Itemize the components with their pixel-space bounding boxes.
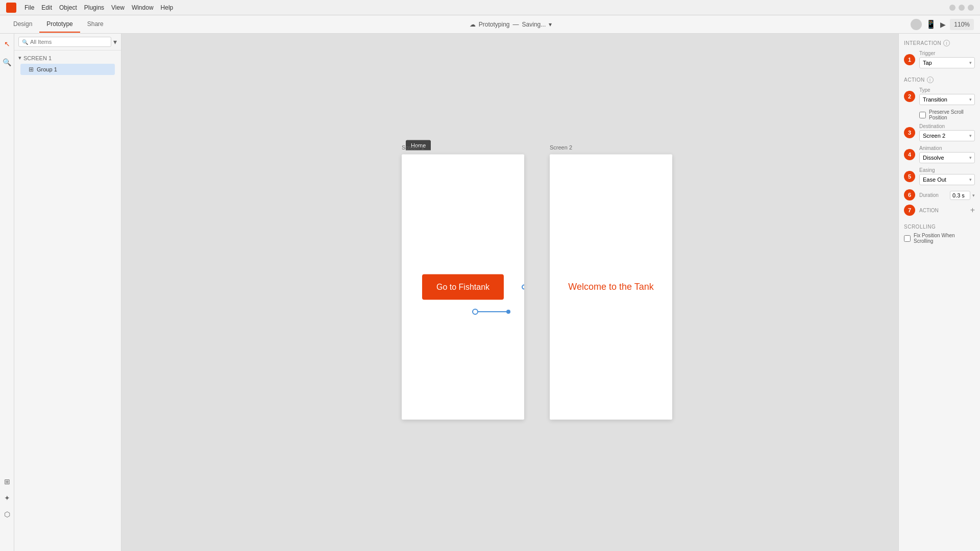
titlebar-menu: File Edit Object Plugins View Window Hel…: [24, 4, 173, 11]
connector-origin: [522, 285, 524, 290]
preserve-scroll-checkbox[interactable]: [919, 112, 926, 118]
main-content: ↖ 🔍 ⊞ ✦ ⬡ 🔍 ▾ ▾ SCREEN 1 ⊞ Group 1: [0, 34, 980, 551]
screen2-label: Screen 2: [550, 144, 672, 151]
zoom-level[interactable]: 110%: [950, 19, 974, 30]
trigger-row: 1 Trigger Tap ▾: [904, 51, 975, 68]
tab-share[interactable]: Share: [80, 16, 111, 33]
play-button[interactable]: ▶: [940, 20, 946, 29]
trigger-field: Trigger Tap ▾: [919, 51, 975, 68]
easing-field: Easing Ease Out ▾: [919, 167, 975, 185]
type-label: Type: [919, 87, 975, 93]
avatar-icon: [911, 19, 922, 30]
add-action-button[interactable]: +: [970, 206, 975, 214]
duration-input[interactable]: [950, 191, 970, 200]
filter-button[interactable]: ▾: [113, 38, 117, 46]
menu-object[interactable]: Object: [59, 4, 77, 11]
cloud-icon: ☁: [470, 21, 476, 28]
menu-view[interactable]: View: [111, 4, 125, 11]
chevron-down-icon[interactable]: ▾: [549, 21, 552, 28]
step-5-badge: 5: [904, 171, 915, 182]
animation-select-container: Dissolve ▾: [919, 152, 975, 163]
welcome-text: Welcome to the Tank: [568, 282, 653, 292]
action-section: ACTION i 2 Type Transition ▾: [904, 77, 975, 216]
screen2-wrapper: Welcome to the Tank Screen 2: [550, 155, 672, 420]
tab-design[interactable]: Design: [6, 16, 39, 33]
destination-row: 3 Destination Screen 2 ▾: [904, 123, 975, 141]
topbar-left: Design Prototype Share: [6, 16, 111, 33]
project-name: Prototyping: [479, 21, 510, 28]
window-controls: [949, 5, 974, 11]
animation-label: Animation: [919, 145, 975, 151]
screen1-wrapper: Home Go to Fishtank Screen 1: [402, 155, 524, 420]
action-step-label: ACTION: [919, 208, 939, 213]
titlebar-left: File Edit Object Plugins View Window Hel…: [6, 3, 173, 13]
device-icon[interactable]: 📱: [926, 19, 936, 29]
select-tool[interactable]: ↖: [2, 38, 12, 50]
trigger-select[interactable]: Tap: [919, 57, 975, 68]
action-step-row: 7 ACTION +: [904, 205, 975, 216]
trigger-select-container: Tap ▾: [919, 57, 975, 68]
animation-field: Animation Dissolve ▾: [919, 145, 975, 163]
action-title: ACTION i: [904, 77, 975, 83]
fix-position-checkbox[interactable]: [904, 235, 911, 242]
step-2-badge: 2: [904, 91, 915, 102]
tab-prototype[interactable]: Prototype: [39, 16, 80, 33]
destination-select[interactable]: Screen 2: [919, 130, 975, 141]
minimize-button[interactable]: [949, 5, 955, 11]
screen-1: Go to Fishtank: [402, 155, 524, 420]
menu-edit[interactable]: Edit: [41, 4, 52, 11]
section-header[interactable]: ▾ SCREEN 1: [18, 53, 117, 63]
scrolling-section: SCROLLING Fix Position When Scrolling: [904, 224, 975, 244]
interaction-title: INTERACTION i: [904, 40, 975, 46]
zoom-tool[interactable]: 🔍: [1, 56, 13, 68]
preserve-scroll-label: Preserve Scroll Position: [929, 109, 975, 120]
action-info-icon[interactable]: i: [927, 77, 934, 83]
sidebar-toolbar: 🔍 ▾: [14, 34, 121, 51]
search-input[interactable]: [30, 39, 108, 45]
screen-container: Home Go to Fishtank Screen 1: [402, 155, 672, 420]
step-1-badge: 1: [904, 54, 915, 65]
type-field: Type Transition ▾: [919, 87, 975, 105]
app-logo: [6, 3, 16, 13]
trigger-label: Trigger: [919, 51, 975, 56]
left-toolbar: ↖ 🔍 ⊞ ✦ ⬡: [0, 34, 14, 551]
destination-select-container: Screen 2 ▾: [919, 130, 975, 141]
type-select-container: Transition ▾: [919, 94, 975, 105]
save-status: —: [513, 21, 519, 28]
plugins-icon[interactable]: ⬡: [2, 508, 12, 520]
action-label: ACTION: [904, 77, 925, 83]
info-icon[interactable]: i: [943, 40, 950, 46]
menu-file[interactable]: File: [24, 4, 34, 11]
right-panel: INTERACTION i 1 Trigger Tap ▾: [898, 34, 980, 551]
search-box[interactable]: 🔍: [18, 37, 111, 47]
assets-icon[interactable]: ✦: [2, 492, 12, 504]
sidebar-item-label: Group 1: [37, 66, 57, 72]
layers-icon[interactable]: ⊞: [2, 475, 12, 488]
menu-window[interactable]: Window: [132, 4, 154, 11]
sidebar-item-group1[interactable]: ⊞ Group 1: [20, 64, 115, 75]
topbar-tabs: Design Prototype Share: [6, 16, 111, 33]
topbar-center: ☁ Prototyping — Saving... ▾: [470, 21, 552, 28]
type-select[interactable]: Transition: [919, 94, 975, 105]
fix-position-row: Fix Position When Scrolling: [904, 233, 975, 244]
close-button[interactable]: [968, 5, 974, 11]
chevron-down-icon[interactable]: ▾: [972, 193, 975, 198]
menu-help[interactable]: Help: [161, 4, 174, 11]
screen1-label: Screen 1: [402, 144, 524, 151]
screen-2: Welcome to the Tank: [550, 155, 672, 420]
canvas[interactable]: Home Go to Fishtank Screen 1: [121, 34, 898, 551]
preserve-scroll-row: Preserve Scroll Position: [919, 109, 975, 120]
fishtank-button[interactable]: Go to Fishtank: [422, 274, 504, 300]
easing-select[interactable]: Ease Out: [919, 174, 975, 185]
type-row: 2 Type Transition ▾: [904, 87, 975, 105]
destination-field: Destination Screen 2 ▾: [919, 123, 975, 141]
interaction-label: INTERACTION: [904, 40, 941, 46]
maximize-button[interactable]: [959, 5, 965, 11]
animation-select[interactable]: Dissolve: [919, 152, 975, 163]
menu-plugins[interactable]: Plugins: [84, 4, 104, 11]
fix-position-label: Fix Position When Scrolling: [914, 233, 975, 244]
step-3-badge: 3: [904, 127, 915, 138]
sidebar-section: ▾ SCREEN 1 ⊞ Group 1: [14, 51, 121, 78]
animation-row: 4 Animation Dissolve ▾: [904, 145, 975, 163]
search-icon: 🔍: [22, 39, 28, 45]
